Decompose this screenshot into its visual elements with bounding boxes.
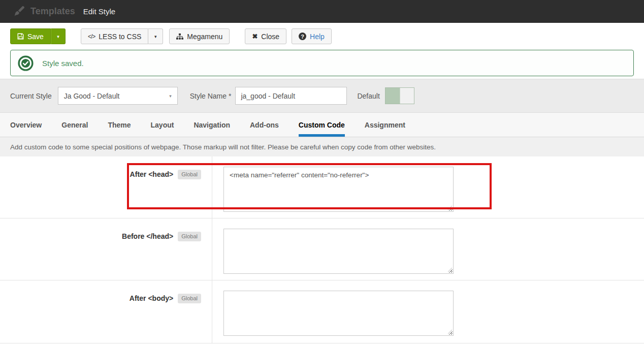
chevron-down-icon: ▾ — [169, 93, 172, 99]
tab-navigation[interactable]: Navigation — [194, 113, 230, 137]
save-button-group: Save ▾ — [10, 28, 66, 44]
question-circle-icon: ? — [299, 33, 306, 40]
toggle-off-half — [400, 88, 414, 104]
before-head-close-textarea[interactable] — [223, 229, 454, 274]
less-to-css-button-group: </> LESS to CSS ▾ — [81, 28, 163, 44]
tab-assignment[interactable]: Assignment — [365, 113, 405, 137]
after-head-textarea[interactable]: <meta name="referrer" content="no-referr… — [223, 167, 454, 212]
default-label: Default — [357, 92, 379, 100]
save-button-label: Save — [27, 33, 44, 41]
chevron-down-icon: ▾ — [154, 34, 157, 39]
style-name-input[interactable] — [235, 87, 347, 105]
current-style-select[interactable]: Ja Good - Default ▾ — [58, 87, 178, 105]
global-badge: Global — [178, 294, 201, 303]
floppy-disk-icon — [17, 33, 24, 40]
field-input-col: <meta name="referrer" content="no-referr… — [212, 156, 454, 218]
tab-theme[interactable]: Theme — [108, 113, 131, 137]
less-to-css-button[interactable]: </> LESS to CSS — [81, 28, 148, 44]
close-icon: ✖ — [252, 33, 257, 40]
after-body-textarea[interactable] — [223, 291, 454, 336]
check-circle-icon — [18, 55, 34, 71]
field-row-after-body: After <body> Global — [0, 280, 644, 343]
global-badge: Global — [178, 232, 201, 241]
tab-layout[interactable]: Layout — [151, 113, 174, 137]
save-button[interactable]: Save — [10, 28, 51, 44]
field-input-col — [212, 218, 454, 280]
field-row-after-head: After <head> Global <meta name="referrer… — [0, 156, 644, 218]
toolbar: Save ▾ </> LESS to CSS ▾ — [0, 23, 644, 50]
save-dropdown-button[interactable]: ▾ — [51, 28, 66, 44]
sitemap-icon — [176, 33, 183, 40]
tab-description: Add custom code to some special position… — [0, 137, 644, 156]
less-to-css-label: LESS to CSS — [99, 33, 141, 41]
custom-code-form: After <head> Global <meta name="referrer… — [0, 156, 644, 343]
chevron-down-icon: ▾ — [57, 34, 59, 39]
tab-general[interactable]: General — [61, 113, 88, 137]
megamenu-label: Megamenu — [187, 33, 222, 41]
field-label-col: Before </head> Global — [0, 218, 212, 280]
tab-custom-code[interactable]: Custom Code — [299, 113, 345, 137]
title-bar: Templates Edit Style — [0, 0, 644, 23]
field-label-col: After <body> Global — [0, 280, 212, 343]
close-button[interactable]: ✖ Close — [245, 28, 286, 44]
current-style-value: Ja Good - Default — [64, 92, 120, 100]
field-input-col — [212, 280, 454, 343]
less-to-css-dropdown-button[interactable]: ▾ — [148, 28, 163, 44]
after-body-label: After <body> — [130, 294, 173, 303]
close-label: Close — [261, 33, 279, 41]
tab-overview[interactable]: Overview — [10, 113, 42, 137]
current-style-label: Current Style — [10, 92, 52, 100]
global-badge: Global — [178, 170, 201, 179]
before-head-close-label: Before </head> — [122, 232, 173, 241]
code-icon: </> — [88, 33, 95, 40]
page-title: Edit Style — [83, 7, 115, 16]
alert-message: Style saved. — [42, 59, 84, 68]
style-name-label: Style Name * — [190, 92, 232, 100]
tab-bar: Overview General Theme Layout Navigation… — [0, 113, 644, 137]
field-row-before-head-close: Before </head> Global — [0, 218, 644, 280]
app-title: Templates — [30, 6, 75, 17]
field-label-col: After <head> Global — [0, 156, 212, 218]
megamenu-button[interactable]: Megamenu — [169, 28, 230, 44]
style-bar: Current Style Ja Good - Default ▾ Style … — [0, 79, 644, 113]
help-button[interactable]: ? Help — [292, 28, 332, 44]
paintbrush-icon — [14, 6, 25, 17]
default-toggle[interactable] — [385, 87, 414, 104]
help-label: Help — [310, 33, 325, 41]
tab-add-ons[interactable]: Add-ons — [250, 113, 279, 137]
description-text: Add custom code to some special position… — [10, 143, 436, 151]
success-alert: Style saved. — [10, 50, 634, 76]
after-head-label: After <head> — [130, 170, 174, 179]
toggle-on-half — [385, 88, 400, 104]
